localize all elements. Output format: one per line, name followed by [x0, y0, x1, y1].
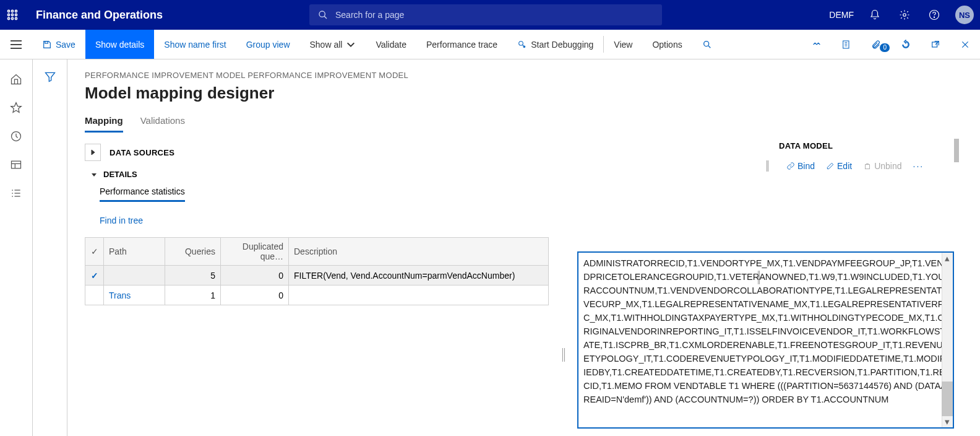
svg-point-3 — [7, 14, 9, 15]
svg-point-6 — [7, 17, 9, 19]
user-avatar[interactable]: NS — [955, 6, 974, 24]
svg-point-20 — [703, 41, 708, 46]
save-button[interactable]: Save — [32, 30, 85, 59]
recent-icon[interactable] — [10, 130, 22, 145]
view-label: View — [614, 40, 632, 50]
svg-point-5 — [15, 14, 17, 15]
edit-button[interactable]: Edit — [826, 161, 852, 171]
attachments-badge: 0 — [880, 43, 890, 52]
col-description[interactable]: Description — [289, 238, 549, 266]
page-title: Model mapping designer — [85, 84, 980, 103]
expand-data-sources-button[interactable] — [85, 144, 101, 161]
performance-trace-button[interactable]: Performance trace — [416, 30, 507, 59]
col-queries[interactable]: Queries — [165, 238, 221, 266]
global-search-input[interactable]: Search for a page — [309, 4, 662, 25]
col-duplicated[interactable]: Duplicated que… — [221, 238, 289, 266]
breadcrumb: PERFORMANCE IMPROVEMENT MODEL PERFORMANC… — [85, 71, 980, 80]
cell-desc — [289, 286, 549, 305]
filter-icon[interactable] — [44, 71, 56, 436]
workspaces-icon[interactable] — [10, 159, 22, 173]
show-details-label: Show details — [95, 40, 144, 50]
details-heading: DETAILS — [103, 170, 137, 179]
svg-point-11 — [903, 14, 906, 17]
show-all-dropdown[interactable]: Show all — [300, 30, 366, 59]
app-launcher-icon[interactable] — [0, 0, 25, 30]
svg-line-10 — [324, 16, 327, 19]
search-placeholder: Search for a page — [335, 10, 404, 20]
row-checkbox[interactable]: ✓ — [85, 266, 104, 286]
data-model-heading: DATA MODEL — [779, 141, 955, 150]
close-icon[interactable] — [950, 40, 980, 50]
table-row[interactable]: Trans10 — [85, 286, 549, 305]
notifications-icon[interactable] — [862, 0, 887, 30]
popout-icon[interactable] — [921, 40, 950, 50]
svg-rect-36 — [866, 165, 870, 169]
link-icon[interactable] — [802, 40, 832, 50]
svg-point-0 — [7, 10, 9, 12]
sql-query-panel[interactable]: ADMINISTRATORRECID,T1.VENDORTYPE_MX,T1.V… — [577, 251, 954, 429]
edit-label: Edit — [837, 161, 852, 171]
hamburger-menu-icon[interactable] — [0, 30, 32, 59]
modules-icon[interactable] — [10, 187, 22, 202]
options-menu[interactable]: Options — [642, 30, 692, 59]
show-all-label: Show all — [310, 40, 343, 50]
performance-grid: ✓ Path Queries Duplicated que… Descripti… — [85, 237, 549, 305]
row-checkbox[interactable] — [85, 286, 104, 305]
svg-rect-22 — [843, 41, 849, 48]
svg-point-2 — [15, 10, 17, 12]
scroll-down-icon[interactable]: ▾ — [942, 416, 953, 427]
unbind-button: Unbind — [863, 161, 901, 171]
svg-point-18 — [519, 41, 523, 45]
start-debugging-button[interactable]: Start Debugging — [507, 30, 603, 59]
find-in-tree-link[interactable]: Find in tree — [100, 216, 143, 225]
perf-trace-label: Performance trace — [426, 40, 497, 50]
favorites-icon[interactable] — [10, 102, 22, 116]
company-indicator[interactable]: DEMF — [829, 10, 854, 20]
app-title: Finance and Operations — [36, 9, 163, 22]
page-search-icon[interactable] — [692, 30, 722, 59]
svg-rect-27 — [12, 161, 21, 168]
bind-button[interactable]: Bind — [786, 161, 815, 171]
group-view-button[interactable]: Group view — [236, 30, 300, 59]
col-select[interactable]: ✓ — [85, 238, 104, 266]
home-icon[interactable] — [10, 73, 22, 88]
scroll-indicator — [954, 139, 959, 162]
group-view-label: Group view — [246, 40, 290, 50]
tab-mapping[interactable]: Mapping — [85, 115, 123, 133]
cell-path[interactable]: Trans — [104, 286, 165, 305]
cell-path[interactable] — [104, 266, 165, 286]
more-actions-icon[interactable]: ··· — [913, 161, 924, 171]
show-name-first-label: Show name first — [164, 40, 226, 50]
cell-queries: 5 — [165, 266, 221, 286]
show-details-button[interactable]: Show details — [85, 30, 154, 59]
unbind-label: Unbind — [874, 161, 901, 171]
start-debug-label: Start Debugging — [531, 40, 593, 50]
help-icon[interactable] — [922, 0, 947, 30]
col-path[interactable]: Path — [104, 238, 165, 266]
svg-point-9 — [319, 11, 325, 17]
save-label: Save — [56, 40, 75, 50]
attachments-icon[interactable]: 0 — [861, 40, 891, 50]
view-menu[interactable]: View — [604, 30, 642, 59]
performance-statistics-tab[interactable]: Performance statistics — [100, 186, 185, 202]
office-icon[interactable] — [832, 40, 861, 50]
cell-queries: 1 — [165, 286, 221, 305]
cell-dup: 0 — [221, 286, 289, 305]
settings-icon[interactable] — [892, 0, 917, 30]
show-name-first-button[interactable]: Show name first — [154, 30, 236, 59]
scroll-up-icon[interactable]: ▴ — [942, 253, 953, 264]
validate-button[interactable]: Validate — [366, 30, 416, 59]
drag-handle-icon[interactable] — [767, 159, 773, 173]
table-row[interactable]: ✓50FILTER(Vend, Vend.AccountNum=parmVend… — [85, 266, 549, 286]
svg-point-7 — [11, 17, 13, 19]
horizontal-splitter[interactable] — [562, 348, 565, 362]
svg-rect-23 — [932, 42, 937, 47]
refresh-icon[interactable] — [891, 40, 921, 50]
svg-point-4 — [11, 14, 13, 15]
bind-label: Bind — [797, 161, 815, 171]
cell-desc: FILTER(Vend, Vend.AccountNum=parmVendAcc… — [289, 266, 549, 286]
scrollbar-thumb[interactable] — [942, 381, 953, 416]
tab-validations[interactable]: Validations — [140, 115, 185, 133]
svg-rect-17 — [45, 41, 48, 43]
svg-point-1 — [11, 10, 13, 12]
